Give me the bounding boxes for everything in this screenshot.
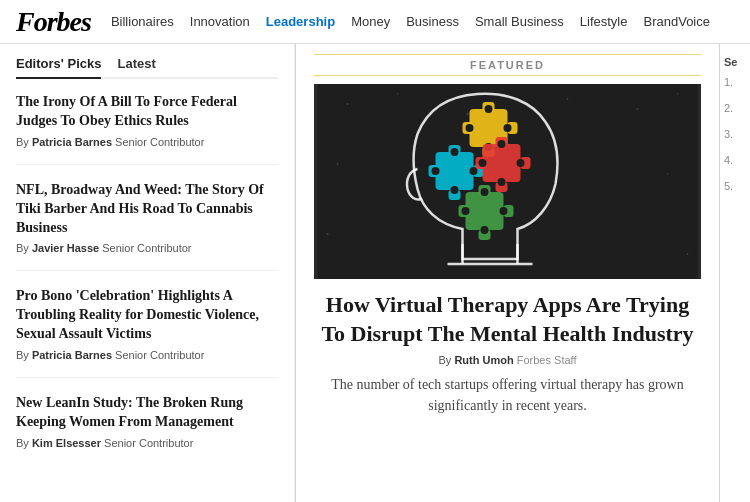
svg-rect-21 — [436, 152, 474, 190]
svg-point-1 — [347, 103, 349, 105]
contributor-role: Senior Contributor — [104, 437, 193, 449]
svg-point-45 — [500, 207, 508, 215]
featured-author[interactable]: Ruth Umoh — [454, 354, 513, 366]
svg-point-18 — [504, 124, 512, 132]
svg-point-29 — [432, 167, 440, 175]
right-panel: Se 1. 2. 3. 4. 5. — [720, 44, 750, 502]
byline-author[interactable]: Patricia Barnes — [32, 136, 112, 148]
tab-latest[interactable]: Latest — [117, 56, 155, 77]
svg-point-46 — [481, 226, 489, 234]
byline-author[interactable]: Javier Hasse — [32, 242, 99, 254]
article-title[interactable]: Pro Bono 'Celebration' Highlights A Trou… — [16, 287, 278, 344]
nav-item-innovation[interactable]: Innovation — [190, 14, 250, 29]
svg-point-27 — [470, 167, 478, 175]
svg-point-8 — [667, 173, 669, 175]
main-content: Editors' Picks Latest The Irony Of A Bil… — [0, 44, 750, 502]
byline-prefix: By — [439, 354, 452, 366]
nav-item-leadership[interactable]: Leadership — [266, 14, 335, 29]
nav-item-brandvoice[interactable]: BrandVoice — [644, 14, 711, 29]
byline-author[interactable]: Kim Elsesser — [32, 437, 101, 449]
svg-point-3 — [466, 113, 468, 115]
svg-point-9 — [326, 233, 328, 235]
featured-headline[interactable]: How Virtual Therapy Apps Are Trying To D… — [314, 291, 701, 348]
svg-rect-39 — [466, 192, 504, 230]
list-item: The Irony Of A Bill To Force Federal Jud… — [16, 93, 278, 165]
svg-point-36 — [517, 159, 525, 167]
svg-point-44 — [481, 188, 489, 196]
featured-role: Forbes Staff — [517, 354, 577, 366]
svg-point-10 — [687, 253, 689, 255]
article-title[interactable]: NFL, Broadway And Weed: The Story Of Tik… — [16, 181, 278, 238]
featured-label: FEATURED — [314, 54, 701, 76]
featured-section: FEATURED — [295, 44, 720, 502]
svg-point-26 — [451, 148, 459, 156]
svg-point-7 — [337, 163, 339, 165]
nav-item-business[interactable]: Business — [406, 14, 459, 29]
svg-point-35 — [498, 140, 506, 148]
svg-rect-30 — [483, 144, 521, 182]
contributor-role: Senior Contributor — [115, 136, 204, 148]
list-item: NFL, Broadway And Weed: The Story Of Tik… — [16, 181, 278, 272]
svg-point-38 — [479, 159, 487, 167]
forbes-logo[interactable]: Forbes — [16, 6, 91, 38]
featured-description: The number of tech startups offering vir… — [314, 374, 701, 416]
article-title[interactable]: The Irony Of A Bill To Force Federal Jud… — [16, 93, 278, 131]
sidebar-articles: The Irony Of A Bill To Force Federal Jud… — [16, 93, 278, 465]
nav-item-lifestyle[interactable]: Lifestyle — [580, 14, 628, 29]
featured-image[interactable] — [314, 84, 701, 279]
article-byline: By Patricia Barnes Senior Contributor — [16, 136, 278, 148]
nav-item-money[interactable]: Money — [351, 14, 390, 29]
svg-point-28 — [451, 186, 459, 194]
svg-point-5 — [637, 108, 639, 110]
article-byline: By Patricia Barnes Senior Contributor — [16, 349, 278, 361]
contributor-role: Senior Contributor — [102, 242, 191, 254]
svg-point-17 — [485, 105, 493, 113]
sidebar: Editors' Picks Latest The Irony Of A Bil… — [0, 44, 295, 502]
svg-point-47 — [462, 207, 470, 215]
main-nav: BillionairesInnovationLeadershipMoneyBus… — [111, 14, 710, 29]
svg-point-4 — [567, 98, 569, 100]
svg-point-6 — [677, 93, 678, 94]
nav-item-billionaires[interactable]: Billionaires — [111, 14, 174, 29]
nav-item-small-business[interactable]: Small Business — [475, 14, 564, 29]
svg-point-37 — [498, 178, 506, 186]
article-byline: By Kim Elsesser Senior Contributor — [16, 437, 278, 449]
contributor-role: Senior Contributor — [115, 349, 204, 361]
sidebar-tabs: Editors' Picks Latest — [16, 56, 278, 79]
svg-point-2 — [397, 93, 399, 95]
featured-byline: By Ruth Umoh Forbes Staff — [314, 354, 701, 366]
list-item: New LeanIn Study: The Broken Rung Keepin… — [16, 394, 278, 465]
article-title[interactable]: New LeanIn Study: The Broken Rung Keepin… — [16, 394, 278, 432]
byline-author[interactable]: Patricia Barnes — [32, 349, 112, 361]
header: Forbes BillionairesInnovationLeadershipM… — [0, 0, 750, 44]
svg-point-20 — [466, 124, 474, 132]
list-item: Pro Bono 'Celebration' Highlights A Trou… — [16, 287, 278, 378]
right-panel-label: Se — [724, 56, 746, 68]
tab-editors-picks[interactable]: Editors' Picks — [16, 56, 101, 79]
article-byline: By Javier Hasse Senior Contributor — [16, 242, 278, 254]
